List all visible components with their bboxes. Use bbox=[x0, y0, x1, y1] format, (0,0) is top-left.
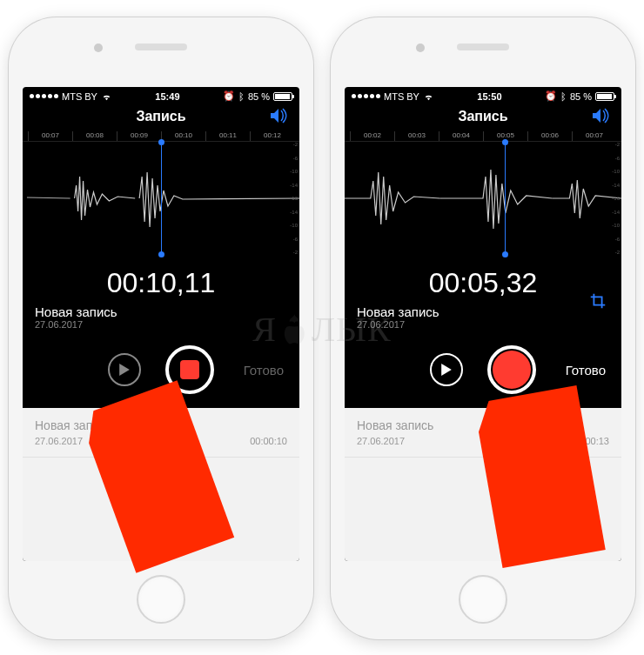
list-item-title: Новая запись bbox=[357, 418, 609, 432]
recordings-list[interactable]: Новая запись 27.06.2017 00:00:13 bbox=[345, 408, 621, 561]
list-item-title: Новая запись bbox=[35, 418, 287, 432]
bluetooth-icon: ᛒ bbox=[560, 91, 567, 102]
header: Запись bbox=[23, 104, 299, 131]
recording-title: Новая запись bbox=[345, 304, 621, 319]
ruler-tick: 00:03 bbox=[394, 131, 439, 141]
ruler-tick: 00:10 bbox=[161, 131, 205, 141]
timer: 00:10,11 bbox=[23, 255, 299, 304]
phone-frame-right: MTS BY 15:50 ⏰ ᛒ 85 % Запись 00:02 00:03… bbox=[331, 17, 635, 639]
db-scale: -2-6-10-14-16-14-10-6-2 bbox=[287, 142, 298, 255]
list-item-date: 27.06.2017 bbox=[35, 436, 83, 446]
ruler-tick: 00:02 bbox=[350, 131, 394, 141]
battery-pct: 85 % bbox=[248, 91, 270, 102]
stop-icon bbox=[180, 360, 199, 379]
wifi-icon bbox=[101, 92, 112, 101]
controls: Готово bbox=[23, 340, 299, 408]
record-button[interactable] bbox=[487, 345, 536, 394]
recording-date: 27.06.2017 bbox=[345, 319, 621, 340]
done-button[interactable]: Готово bbox=[566, 363, 606, 378]
recordings-list[interactable]: Новая запись 27.06.2017 00:00:10 bbox=[23, 408, 299, 561]
header: Запись bbox=[345, 104, 621, 131]
page-title: Запись bbox=[136, 109, 185, 124]
speaker-icon[interactable] bbox=[268, 107, 289, 128]
page-title: Запись bbox=[458, 109, 507, 124]
controls: Готово bbox=[345, 340, 621, 408]
ruler-tick: 00:11 bbox=[205, 131, 250, 141]
ruler-tick: 00:07 bbox=[28, 131, 72, 141]
ruler-tick: 00:07 bbox=[572, 131, 616, 141]
home-button[interactable] bbox=[459, 575, 507, 624]
signal-strength-icon bbox=[30, 94, 58, 98]
db-scale: -2-6-10-14-16-14-10-6-2 bbox=[609, 142, 620, 255]
svg-line-0 bbox=[27, 197, 70, 198]
list-item[interactable]: Новая запись 27.06.2017 00:00:10 bbox=[23, 408, 299, 458]
list-item-duration: 00:00:13 bbox=[572, 436, 609, 446]
speaker-icon[interactable] bbox=[590, 107, 611, 128]
done-button: Готово bbox=[244, 363, 284, 378]
ruler-tick: 00:08 bbox=[72, 131, 117, 141]
ruler-tick: 00:04 bbox=[439, 131, 483, 141]
alarm-icon: ⏰ bbox=[545, 90, 557, 102]
wifi-icon bbox=[423, 92, 434, 101]
ruler-tick: 00:09 bbox=[117, 131, 161, 141]
home-button[interactable] bbox=[137, 575, 185, 624]
carrier-label: MTS BY bbox=[62, 91, 97, 102]
clock: 15:50 bbox=[477, 91, 501, 102]
ruler-tick: 00:12 bbox=[250, 131, 294, 141]
phone-frame-left: MTS BY 15:49 ⏰ ᛒ 85 % Запись 00:07 00:08… bbox=[9, 17, 313, 639]
status-bar: MTS BY 15:50 ⏰ ᛒ 85 % bbox=[345, 87, 621, 104]
list-item[interactable]: Новая запись 27.06.2017 00:00:13 bbox=[345, 408, 621, 458]
list-item-duration: 00:00:10 bbox=[250, 436, 287, 446]
timer: 00:05,32 bbox=[345, 255, 621, 304]
bluetooth-icon: ᛒ bbox=[238, 91, 245, 102]
recording-title: Новая запись bbox=[23, 304, 299, 319]
playhead[interactable] bbox=[161, 142, 162, 255]
play-button[interactable] bbox=[108, 353, 141, 386]
timeline-ruler: 00:02 00:03 00:04 00:05 00:06 00:07 bbox=[345, 131, 621, 142]
status-bar: MTS BY 15:49 ⏰ ᛒ 85 % bbox=[23, 87, 299, 104]
recording-date: 27.06.2017 bbox=[23, 319, 299, 340]
ruler-tick: 00:06 bbox=[527, 131, 572, 141]
record-stop-button[interactable] bbox=[165, 345, 214, 394]
battery-icon bbox=[273, 92, 292, 101]
list-item-date: 27.06.2017 bbox=[357, 436, 405, 446]
battery-icon bbox=[595, 92, 614, 101]
waveform[interactable]: -2-6-10-14-16-14-10-6-2 bbox=[345, 142, 621, 255]
trim-icon[interactable] bbox=[588, 291, 607, 313]
screen: MTS BY 15:50 ⏰ ᛒ 85 % Запись 00:02 00:03… bbox=[345, 87, 621, 561]
carrier-label: MTS BY bbox=[384, 91, 419, 102]
battery-pct: 85 % bbox=[570, 91, 592, 102]
record-icon bbox=[493, 351, 531, 389]
playhead[interactable] bbox=[505, 142, 506, 255]
alarm-icon: ⏰ bbox=[223, 90, 235, 102]
signal-strength-icon bbox=[352, 94, 380, 98]
waveform[interactable]: -2-6-10-14-16-14-10-6-2 bbox=[23, 142, 299, 255]
play-button[interactable] bbox=[430, 353, 463, 386]
screen: MTS BY 15:49 ⏰ ᛒ 85 % Запись 00:07 00:08… bbox=[23, 87, 299, 561]
clock: 15:49 bbox=[155, 91, 179, 102]
